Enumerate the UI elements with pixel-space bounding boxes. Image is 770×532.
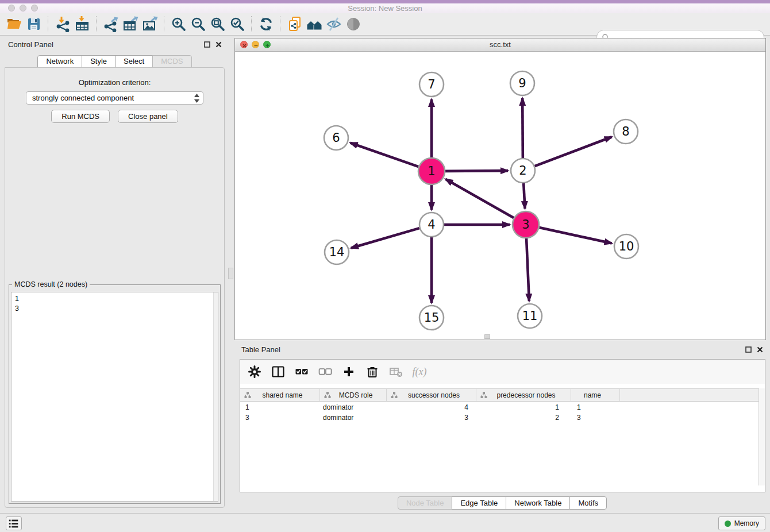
cell-predecessor-nodes[interactable]: 1 [476, 403, 571, 411]
save-session-icon[interactable] [24, 15, 44, 33]
graph-node-15[interactable]: 15 [419, 306, 444, 330]
column-header-mcds-role[interactable]: MCDS role [320, 389, 387, 401]
gear-icon[interactable] [247, 364, 262, 379]
export-image-icon[interactable] [140, 15, 160, 33]
graph-edge-3-10[interactable] [539, 228, 611, 243]
zoom-in-icon[interactable] [169, 15, 188, 33]
cell-mcds-role[interactable]: dominator [320, 403, 387, 411]
tab-mcds[interactable]: MCDS [152, 55, 191, 68]
graph-edge-3-1[interactable] [445, 179, 514, 218]
network-title: scc.txt [235, 38, 765, 51]
delete-icon[interactable] [365, 364, 380, 379]
criterion-value: strongly connected component [32, 94, 194, 102]
run-mcds-button[interactable]: Run MCDS [51, 110, 110, 123]
tab-network[interactable]: Network [37, 55, 82, 68]
graph-node-label: 14 [329, 245, 345, 259]
close-panel-button[interactable]: Close panel [118, 110, 178, 123]
tab-node-table[interactable]: Node Table [398, 496, 453, 510]
graph-node-10[interactable]: 10 [614, 234, 638, 259]
network-graph[interactable]: 7968124314101511 [235, 52, 765, 340]
cell-mcds-role[interactable]: dominator [320, 414, 387, 422]
float-panel-icon[interactable] [204, 41, 210, 48]
cell-shared-name[interactable]: 3 [240, 414, 320, 422]
graph-edge-3-11[interactable] [526, 238, 529, 301]
graph-edge-1-2[interactable] [445, 171, 508, 171]
network-window-titlebar[interactable]: scc.txt [235, 38, 765, 52]
select-all-icon[interactable] [294, 364, 309, 379]
zoom-selected-icon[interactable] [228, 15, 247, 33]
close-panel-icon[interactable] [215, 41, 222, 48]
network-canvas[interactable]: 7968124314101511 [235, 52, 765, 340]
deselect-all-icon[interactable] [318, 364, 333, 379]
column-header-shared-name[interactable]: shared name [240, 389, 320, 401]
graph-node-label: 6 [332, 131, 340, 145]
result-scrollbar[interactable] [213, 292, 218, 501]
export-network-icon[interactable] [101, 15, 121, 33]
close-table-panel-icon[interactable] [757, 346, 763, 353]
graph-edge-1-6[interactable] [351, 143, 419, 167]
list-icon [7, 517, 21, 530]
graph-node-4[interactable]: 4 [419, 213, 444, 237]
open-folder-icon[interactable] [5, 15, 24, 33]
table-panel-header: Table Panel [234, 344, 770, 356]
table-header-row: shared name MCDS role successor nodes pr… [240, 388, 759, 402]
column-header-successor-nodes[interactable]: successor nodes [387, 389, 476, 401]
hide-eye-icon[interactable] [324, 15, 344, 33]
cell-successor-nodes[interactable]: 4 [387, 403, 476, 411]
control-panel-title: Control Panel [8, 40, 53, 49]
graph-node-14[interactable]: 14 [325, 240, 349, 264]
graph-node-7[interactable]: 7 [419, 72, 444, 97]
graph-node-label: 11 [522, 309, 538, 323]
mcds-result-list[interactable]: 1 3 [11, 292, 218, 502]
cell-name[interactable]: 3 [571, 414, 620, 422]
import-network-icon[interactable] [53, 15, 72, 33]
network-scroll-grip[interactable] [484, 334, 490, 339]
refresh-icon[interactable] [256, 15, 276, 33]
memory-button[interactable]: Memory [718, 516, 765, 530]
cell-name[interactable]: 1 [571, 403, 620, 411]
tab-edge-table[interactable]: Edge Table [452, 496, 506, 510]
status-bar: Memory [0, 513, 770, 532]
zoom-fit-icon[interactable] [208, 15, 228, 33]
zoom-out-icon[interactable] [188, 15, 208, 33]
graph-node-8[interactable]: 8 [614, 119, 638, 144]
column-header-predecessor-nodes[interactable]: predecessor nodes [476, 389, 571, 401]
graph-edge-2-9[interactable] [522, 98, 523, 158]
home-icon[interactable] [305, 15, 324, 33]
graph-node-6[interactable]: 6 [324, 126, 348, 150]
graph-node-2[interactable]: 2 [511, 159, 535, 183]
graph-node-11[interactable]: 11 [518, 304, 542, 328]
import-table-icon[interactable] [72, 15, 92, 33]
criterion-dropdown[interactable]: strongly connected component [26, 91, 203, 105]
add-column-icon[interactable] [341, 364, 356, 379]
task-history-button[interactable] [6, 516, 22, 530]
tab-motifs[interactable]: Motifs [569, 496, 607, 510]
split-pane-grip[interactable] [228, 268, 233, 279]
table-scrollbar[interactable] [759, 388, 765, 485]
export-table-icon[interactable] [121, 15, 140, 33]
float-table-panel-icon[interactable] [745, 346, 752, 353]
tab-network-table[interactable]: Network Table [506, 496, 570, 510]
cell-predecessor-nodes[interactable]: 2 [476, 414, 571, 422]
graph-node-label: 9 [518, 76, 526, 90]
control-panel-tabs: Network Style Select MCDS [5, 55, 225, 68]
graph-edge-2-3[interactable] [523, 183, 525, 209]
memory-label: Memory [734, 519, 759, 527]
table-row[interactable]: 3 dominator 3 2 3 [240, 413, 759, 422]
graph-edge-2-8[interactable] [535, 137, 612, 166]
graph-node-label: 2 [519, 164, 526, 178]
column-header-name[interactable]: name [571, 389, 620, 401]
network-file-icon[interactable] [285, 15, 305, 33]
table-panel-title: Table Panel [241, 345, 280, 354]
graph-node-1[interactable]: 1 [418, 158, 445, 184]
graph-node-3[interactable]: 3 [513, 211, 539, 238]
cell-successor-nodes[interactable]: 3 [387, 414, 476, 422]
tab-select[interactable]: Select [115, 55, 153, 68]
table-row[interactable]: 1 dominator 4 1 1 [240, 403, 759, 412]
graph-edge-4-14[interactable] [351, 228, 419, 248]
tab-style[interactable]: Style [82, 55, 116, 68]
show-columns-icon[interactable] [271, 364, 286, 379]
sphere-icon[interactable] [344, 15, 363, 33]
cell-shared-name[interactable]: 1 [240, 403, 320, 411]
graph-node-9[interactable]: 9 [510, 71, 534, 95]
